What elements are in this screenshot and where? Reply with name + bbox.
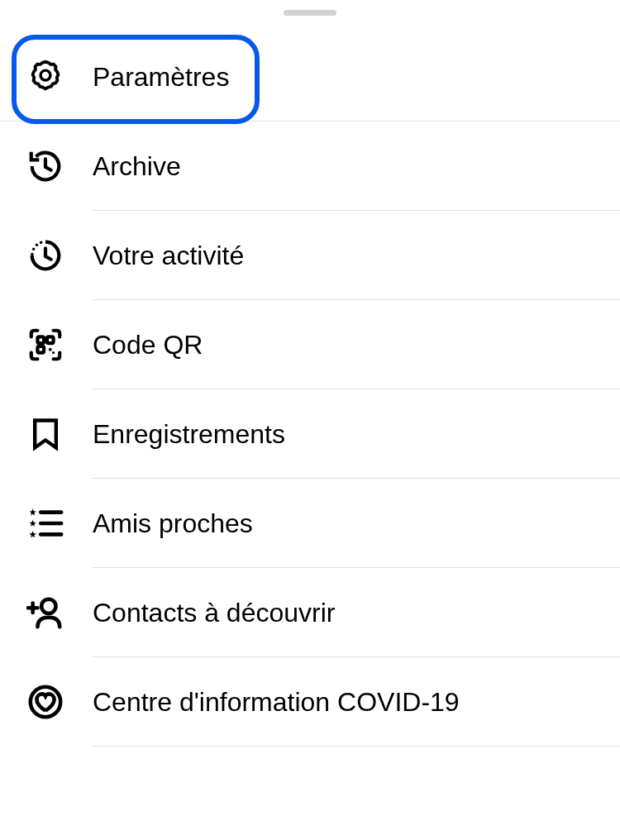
menu-item-covid[interactable]: Centre d'information COVID-19	[0, 657, 620, 747]
menu-item-activity[interactable]: Votre activité	[0, 211, 620, 300]
menu-item-qr[interactable]: Code QR	[0, 300, 620, 389]
menu-item-label: Code QR	[93, 330, 203, 360]
menu-item-label: Amis proches	[93, 508, 253, 539]
svg-point-17	[31, 687, 60, 717]
menu-item-label: Archive	[93, 151, 181, 182]
svg-point-9	[49, 348, 52, 351]
qr-icon	[26, 326, 64, 364]
svg-point-10	[52, 351, 55, 354]
menu-item-archive[interactable]: Archive	[0, 122, 620, 211]
menu-item-label: Centre d'information COVID-19	[93, 687, 460, 718]
activity-icon	[26, 236, 64, 274]
svg-point-2	[32, 248, 35, 251]
svg-rect-7	[47, 336, 54, 343]
covid-info-icon	[26, 683, 64, 721]
menu-item-label: Paramètres	[93, 62, 229, 93]
archive-icon	[26, 147, 64, 185]
svg-point-1	[42, 72, 49, 79]
menu-item-label: Contacts à découvrir	[93, 598, 335, 628]
menu-item-label: Votre activité	[93, 241, 244, 271]
svg-rect-6	[37, 336, 44, 343]
gear-icon	[26, 58, 64, 96]
menu-item-label: Enregistrements	[93, 419, 285, 450]
menu-sheet: Paramètres Archive	[0, 0, 620, 747]
menu-item-saved[interactable]: Enregistrements	[0, 389, 620, 479]
svg-point-4	[40, 241, 42, 244]
svg-rect-8	[37, 346, 44, 353]
bookmark-icon	[26, 415, 64, 453]
menu-item-close-friends[interactable]: Amis proches	[0, 479, 620, 568]
menu-item-discover[interactable]: Contacts à découvrir	[0, 568, 620, 657]
close-friends-icon	[26, 504, 64, 542]
menu-item-settings[interactable]: Paramètres	[0, 32, 620, 122]
svg-point-5	[31, 253, 33, 255]
sheet-handle[interactable]	[284, 10, 336, 16]
svg-point-14	[41, 599, 55, 613]
menu-list: Paramètres Archive	[0, 32, 620, 747]
discover-people-icon	[26, 594, 64, 632]
svg-point-3	[36, 243, 38, 246]
